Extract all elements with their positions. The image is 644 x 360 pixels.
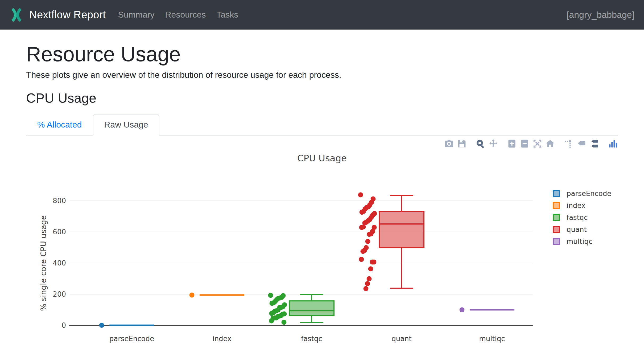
legend-item-fastqc[interactable]: fastqc xyxy=(553,214,611,222)
svg-text:parseEncode: parseEncode xyxy=(109,335,154,343)
svg-text:0: 0 xyxy=(61,321,66,329)
svg-text:400: 400 xyxy=(53,259,66,267)
legend-label: parseEncode xyxy=(567,190,611,198)
svg-text:CPU Usage: CPU Usage xyxy=(297,153,347,163)
svg-text:% single core CPU usage: % single core CPU usage xyxy=(39,215,48,311)
spikelines-icon[interactable] xyxy=(564,139,574,149)
tab-raw-usage[interactable]: Raw Usage xyxy=(93,114,159,136)
hover-compare-icon[interactable] xyxy=(589,139,599,149)
autoscale-icon[interactable] xyxy=(532,139,542,149)
camera-icon[interactable] xyxy=(444,139,454,149)
legend-label: fastqc xyxy=(567,214,588,222)
svg-text:index: index xyxy=(212,335,231,343)
legend-item-quant[interactable]: quant xyxy=(553,226,611,234)
legend-label: index xyxy=(567,202,585,210)
plotly-logo-icon[interactable] xyxy=(608,139,618,149)
zoom-in-icon[interactable] xyxy=(507,139,517,149)
section-title-cpu-usage: CPU Usage xyxy=(26,91,618,106)
zoom-icon[interactable] xyxy=(476,139,485,149)
tabs-bar: % Allocated Raw Usage xyxy=(26,114,618,136)
zoom-out-icon[interactable] xyxy=(520,139,530,149)
navbar: Nextflow Report Summary Resources Tasks … xyxy=(0,0,644,30)
chart-legend: parseEncodeindexfastqcquantmultiqc xyxy=(553,190,611,246)
svg-text:multiqc: multiqc xyxy=(479,335,505,343)
main-content: Resource Usage These plots give an overv… xyxy=(0,42,644,349)
svg-text:800: 800 xyxy=(53,197,66,205)
nav-link-summary[interactable]: Summary xyxy=(113,10,160,20)
tab-percent-allocated[interactable]: % Allocated xyxy=(26,114,93,136)
run-name-badge: [angry_babbage] xyxy=(567,10,634,20)
reset-axes-icon[interactable] xyxy=(545,139,555,149)
legend-swatch xyxy=(553,214,560,221)
page-title: Resource Usage xyxy=(26,42,618,66)
nav-link-tasks[interactable]: Tasks xyxy=(211,10,243,20)
legend-label: quant xyxy=(567,226,587,234)
legend-item-parseEncode[interactable]: parseEncode xyxy=(553,190,611,198)
nav-link-resources[interactable]: Resources xyxy=(160,10,211,20)
svg-text:600: 600 xyxy=(53,228,66,236)
page-subtitle: These plots give an overview of the dist… xyxy=(26,70,618,80)
brand-title: Nextflow Report xyxy=(29,9,106,21)
cpu-usage-plot[interactable]: 0200400600800CPU Usage% single core CPU … xyxy=(26,136,618,349)
svg-text:fastqc: fastqc xyxy=(301,335,322,343)
chart-container: 0200400600800CPU Usage% single core CPU … xyxy=(26,136,618,349)
nav-links: Summary Resources Tasks xyxy=(113,10,244,20)
legend-swatch xyxy=(553,238,560,245)
navbar-brand[interactable]: Nextflow Report xyxy=(10,8,106,22)
plotly-modebar xyxy=(441,139,618,149)
legend-swatch xyxy=(553,202,560,209)
hover-closest-icon[interactable] xyxy=(577,139,587,149)
legend-label: multiqc xyxy=(567,238,592,246)
legend-item-index[interactable]: index xyxy=(553,202,611,210)
svg-text:quant: quant xyxy=(391,335,412,343)
svg-text:200: 200 xyxy=(53,290,66,298)
save-icon[interactable] xyxy=(457,139,467,149)
nextflow-logo-icon xyxy=(10,8,23,22)
legend-swatch xyxy=(553,190,560,197)
legend-swatch xyxy=(553,226,560,233)
pan-icon[interactable] xyxy=(488,139,498,149)
legend-item-multiqc[interactable]: multiqc xyxy=(553,238,611,246)
